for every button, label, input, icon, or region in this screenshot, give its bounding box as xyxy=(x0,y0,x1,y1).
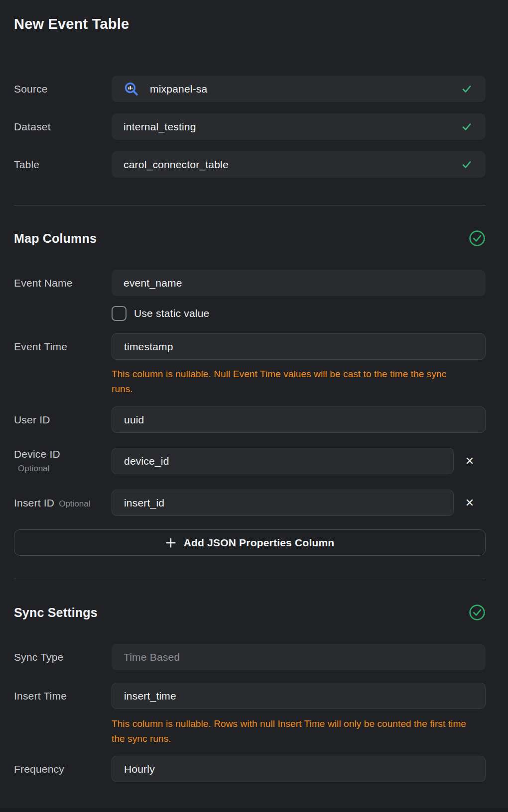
table-select[interactable]: carol_connector_table xyxy=(112,151,486,178)
static-value-row: Use static value xyxy=(112,306,486,321)
insert-time-nullable-warning: This column is nullable. Rows with null … xyxy=(112,716,470,746)
table-label: Table xyxy=(14,159,39,170)
map-columns-header: Map Columns xyxy=(14,230,486,247)
event-name-select[interactable]: event_name xyxy=(112,270,486,296)
clear-device-id-button[interactable]: ✕ xyxy=(463,454,476,469)
source-label: Source xyxy=(14,83,48,95)
insert-time-value: insert_time xyxy=(124,690,176,702)
add-json-properties-button[interactable]: Add JSON Properties Column xyxy=(14,529,486,556)
section-complete-icon xyxy=(469,604,486,621)
table-value: carol_connector_table xyxy=(124,159,229,171)
event-time-value: timestamp xyxy=(124,341,173,353)
source-value: mixpanel-sa xyxy=(150,83,207,95)
user-id-label: User ID xyxy=(14,414,50,425)
map-columns-title: Map Columns xyxy=(14,231,97,246)
dataset-label: Dataset xyxy=(14,121,51,132)
device-id-label: Device ID xyxy=(14,448,60,460)
event-time-label: Event Time xyxy=(14,341,67,352)
insert-time-row: Insert Time insert_time xyxy=(14,683,486,709)
user-id-select[interactable]: uuid xyxy=(112,406,486,433)
bottom-edge-strip xyxy=(0,808,508,812)
section-divider xyxy=(14,579,486,579)
source-select[interactable]: mixpanel-sa xyxy=(112,76,486,102)
add-json-properties-label: Add JSON Properties Column xyxy=(184,537,335,549)
sync-settings-title: Sync Settings xyxy=(14,606,98,620)
insert-id-label: Insert ID xyxy=(14,497,54,509)
table-row: Table carol_connector_table xyxy=(14,151,486,178)
insert-time-label: Insert Time xyxy=(14,690,67,702)
bigquery-icon xyxy=(124,81,139,97)
dataset-value: internal_testing xyxy=(124,121,196,133)
event-name-row: Event Name event_name xyxy=(14,270,486,296)
new-event-table-form: New Event Table Source mixpanel-sa xyxy=(0,0,508,782)
insert-id-select[interactable]: insert_id xyxy=(112,490,454,516)
section-complete-icon xyxy=(469,230,486,247)
user-id-value: uuid xyxy=(124,414,144,426)
source-row: Source mixpanel-sa xyxy=(14,76,486,102)
use-static-value-label: Use static value xyxy=(134,307,209,319)
valid-check-icon xyxy=(461,83,473,95)
device-id-row: Device ID Optional device_id ✕ xyxy=(14,448,486,474)
section-divider xyxy=(14,205,486,205)
insert-id-value: insert_id xyxy=(124,497,164,509)
event-name-label: Event Name xyxy=(14,277,73,289)
event-time-nullable-warning: This column is nullable. Null Event Time… xyxy=(112,367,470,397)
sync-type-select: Time Based xyxy=(112,644,486,670)
frequency-label: Frequency xyxy=(14,763,64,775)
valid-check-icon xyxy=(461,121,473,133)
page-title: New Event Table xyxy=(14,16,486,31)
close-icon: ✕ xyxy=(465,497,474,509)
frequency-value: Hourly xyxy=(124,763,155,775)
insert-id-optional-tag: Optional xyxy=(59,499,90,509)
sync-type-label: Sync Type xyxy=(14,651,63,663)
user-id-row: User ID uuid xyxy=(14,406,486,433)
event-time-row: Event Time timestamp xyxy=(14,333,486,360)
plus-icon xyxy=(165,537,176,548)
event-name-value: event_name xyxy=(124,277,182,289)
device-id-value: device_id xyxy=(124,455,169,467)
dataset-row: Dataset internal_testing xyxy=(14,113,486,140)
sync-settings-header: Sync Settings xyxy=(14,604,486,621)
clear-insert-id-button[interactable]: ✕ xyxy=(463,496,476,510)
close-icon: ✕ xyxy=(465,455,474,467)
dataset-select[interactable]: internal_testing xyxy=(112,113,486,140)
device-id-select[interactable]: device_id xyxy=(112,448,454,474)
sync-type-value: Time Based xyxy=(124,651,180,663)
frequency-row: Frequency Hourly xyxy=(14,756,486,782)
insert-time-select[interactable]: insert_time xyxy=(112,683,486,709)
event-time-select[interactable]: timestamp xyxy=(112,333,486,360)
insert-id-row: Insert ID Optional insert_id ✕ xyxy=(14,490,486,516)
device-id-optional-tag: Optional xyxy=(14,464,112,474)
frequency-select[interactable]: Hourly xyxy=(112,756,486,782)
use-static-value-checkbox[interactable] xyxy=(112,306,127,321)
sync-type-row: Sync Type Time Based xyxy=(14,644,486,670)
valid-check-icon xyxy=(461,159,473,171)
